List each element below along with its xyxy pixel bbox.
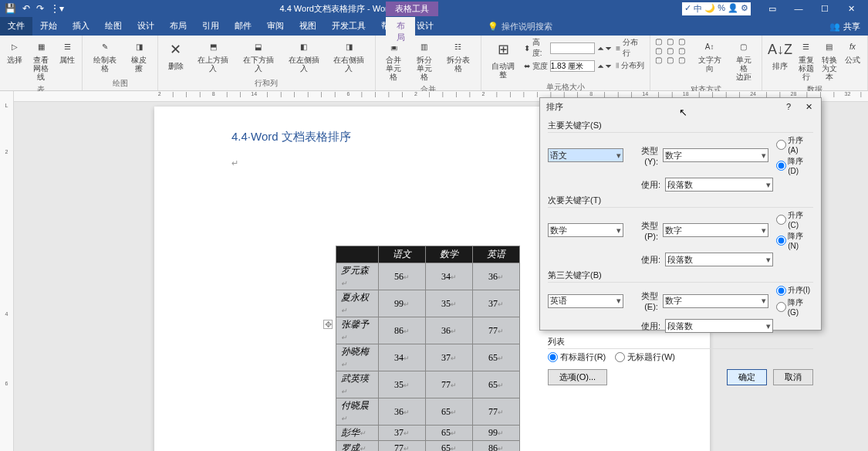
badge-percent-icon[interactable]: % [718, 3, 725, 15]
table-cell[interactable]: 65↵ [426, 398, 473, 426]
primary-asc-radio[interactable]: 升序(A) [776, 135, 813, 154]
table-cell[interactable]: 65↵ [473, 344, 520, 371]
split-table-button[interactable]: ☷拆分表格 [441, 37, 475, 74]
secondary-desc-radio[interactable]: 降序(N) [776, 231, 813, 250]
insert-below-button[interactable]: ⬓在下方插入 [238, 37, 280, 74]
ime-badges[interactable]: ✓ 中 🌙 % 👤 ⚙ [682, 2, 751, 15]
third-asc-radio[interactable]: 升序(I) [776, 285, 813, 296]
tab-review[interactable]: 审阅 [259, 17, 292, 36]
dialog-close-button[interactable]: ✕ [802, 102, 815, 112]
table-cell[interactable]: 56↵ [379, 263, 426, 290]
tab-home[interactable]: 开始 [32, 17, 65, 36]
table-row[interactable]: 彭华↵37↵65↵99↵ [336, 426, 520, 441]
table-cell[interactable]: 65↵ [426, 426, 473, 441]
table-row[interactable]: 罗元森↵56↵34↵36↵ [336, 263, 520, 290]
dialog-titlebar[interactable]: 排序 ? ✕ [540, 98, 821, 115]
table-move-handle-icon[interactable]: ✥ [323, 320, 333, 329]
secondary-key-select[interactable]: 数学 [548, 223, 623, 237]
share-button[interactable]: 👥 共享 [822, 17, 868, 36]
save-icon[interactable]: 💾 [5, 3, 16, 14]
secondary-use-select[interactable]: 段落数 [665, 253, 773, 266]
qat-more-icon[interactable]: ⋮▾ [50, 3, 64, 14]
delete-button[interactable]: ✕删除 [163, 37, 189, 72]
insert-above-button[interactable]: ⬒在上方插入 [192, 37, 235, 74]
third-desc-radio[interactable]: 降序(G) [776, 297, 813, 317]
primary-key-select[interactable]: 语文 [548, 148, 623, 162]
table-cell[interactable]: 36↵ [426, 317, 473, 344]
third-use-select[interactable]: 段落数 [665, 319, 773, 333]
tab-file[interactable]: 文件 [0, 17, 32, 36]
tell-me-search[interactable]: 操作说明搜索 [502, 21, 552, 32]
table-cell[interactable]: 86↵ [473, 441, 520, 452]
table-cell[interactable]: 武英瑛↵ [336, 371, 379, 398]
secondary-asc-radio[interactable]: 升序(C) [776, 210, 813, 229]
badge-user-icon[interactable]: 👤 [728, 3, 738, 15]
table-row[interactable]: 罗成↵77↵65↵86↵ [336, 441, 520, 452]
table-cell[interactable]: 77↵ [473, 398, 520, 426]
table-cell[interactable]: 77↵ [379, 441, 426, 452]
table-cell[interactable]: 37↵ [473, 290, 520, 317]
tab-references[interactable]: 引用 [194, 17, 227, 36]
table-cell[interactable]: 夏永权↵ [336, 290, 379, 317]
view-gridlines-button[interactable]: ▦查看 网格线 [28, 37, 54, 83]
table-cell[interactable]: 彭华↵ [336, 426, 379, 441]
minimize-button[interactable]: — [786, 0, 811, 17]
select-button[interactable]: ▷选择 [5, 37, 25, 66]
no-header-radio[interactable]: 无标题行(W) [615, 351, 675, 363]
table-cell[interactable]: 张馨予↵ [336, 317, 379, 344]
autofit-button[interactable]: ⊞自动调整 [486, 37, 521, 80]
maximize-button[interactable]: ☐ [812, 0, 837, 17]
table-cell[interactable]: 36↵ [473, 263, 520, 290]
tab-developer[interactable]: 开发工具 [324, 17, 373, 36]
primary-type-select[interactable]: 数字 [663, 148, 768, 162]
badge-moon-icon[interactable]: 🌙 [704, 3, 715, 15]
table-cell[interactable]: 65↵ [426, 441, 473, 452]
formula-button[interactable]: fx公式 [843, 37, 863, 66]
table-cell[interactable]: 36↵ [379, 398, 426, 426]
properties-button[interactable]: ☰属性 [57, 37, 77, 66]
table-cell[interactable]: 孙晓梅↵ [336, 344, 379, 371]
third-key-select[interactable]: 英语 [548, 294, 623, 308]
table-cell[interactable]: 34↵ [379, 344, 426, 371]
tab-insert[interactable]: 插入 [65, 17, 97, 36]
tab-context-layout[interactable]: 布局 [386, 17, 415, 46]
table-cell[interactable]: 99↵ [379, 290, 426, 317]
table-cell[interactable]: 35↵ [379, 371, 426, 398]
insert-right-button[interactable]: ◨在右侧插入 [328, 37, 370, 74]
table-cell[interactable]: 37↵ [379, 426, 426, 441]
tab-draw[interactable]: 绘图 [97, 17, 130, 36]
sort-button[interactable]: A↓Z排序 [767, 37, 793, 72]
secondary-type-select[interactable]: 数字 [663, 223, 768, 237]
width-input[interactable] [550, 60, 595, 72]
undo-icon[interactable]: ↶ [22, 3, 30, 14]
third-type-select[interactable]: 数字 [663, 294, 768, 308]
alignment-grid[interactable]: ▢▢▢▢▢▢▢▢▢ [655, 37, 689, 64]
options-button[interactable]: 选项(O)... [548, 369, 607, 385]
data-table[interactable]: 语文数学英语 罗元森↵56↵34↵36↵夏永权↵99↵35↵37↵张馨予↵86↵… [336, 246, 520, 451]
distribute-cols-button[interactable]: ⦀分布列 [616, 60, 645, 71]
draw-table-button[interactable]: ✎绘制表格 [87, 37, 122, 74]
table-cell[interactable]: 罗元森↵ [336, 263, 379, 290]
distribute-rows-button[interactable]: ≡分布行 [616, 37, 645, 59]
close-button[interactable]: ✕ [839, 0, 863, 17]
table-cell[interactable]: 罗成↵ [336, 441, 379, 452]
dialog-help-button[interactable]: ? [782, 102, 795, 112]
table-row[interactable]: 付晓晨↵36↵65↵77↵ [336, 398, 520, 426]
table-row[interactable]: 张馨予↵86↵36↵77↵ [336, 317, 520, 344]
ribbon-options-icon[interactable]: ▭ [760, 0, 785, 17]
tab-mail[interactable]: 邮件 [227, 17, 259, 36]
table-cell[interactable]: 35↵ [426, 290, 473, 317]
text-direction-button[interactable]: A↕文字方向 [692, 37, 727, 74]
primary-use-select[interactable]: 段落数 [665, 178, 773, 192]
table-row[interactable]: 夏永权↵99↵35↵37↵ [336, 290, 520, 317]
tab-design[interactable]: 设计 [130, 17, 162, 36]
badge-gear-icon[interactable]: ⚙ [741, 3, 748, 15]
tab-view[interactable]: 视图 [292, 17, 324, 36]
table-cell[interactable]: 37↵ [426, 344, 473, 371]
cell-margins-button[interactable]: ▢单元格 边距 [730, 37, 757, 83]
table-row[interactable]: 孙晓梅↵34↵37↵65↵ [336, 344, 520, 371]
table-row[interactable]: 武英瑛↵35↵77↵65↵ [336, 371, 520, 398]
eraser-button[interactable]: ◨橡皮擦 [125, 37, 152, 74]
badge-ime[interactable]: 中 [694, 3, 702, 15]
table-cell[interactable]: 77↵ [426, 371, 473, 398]
